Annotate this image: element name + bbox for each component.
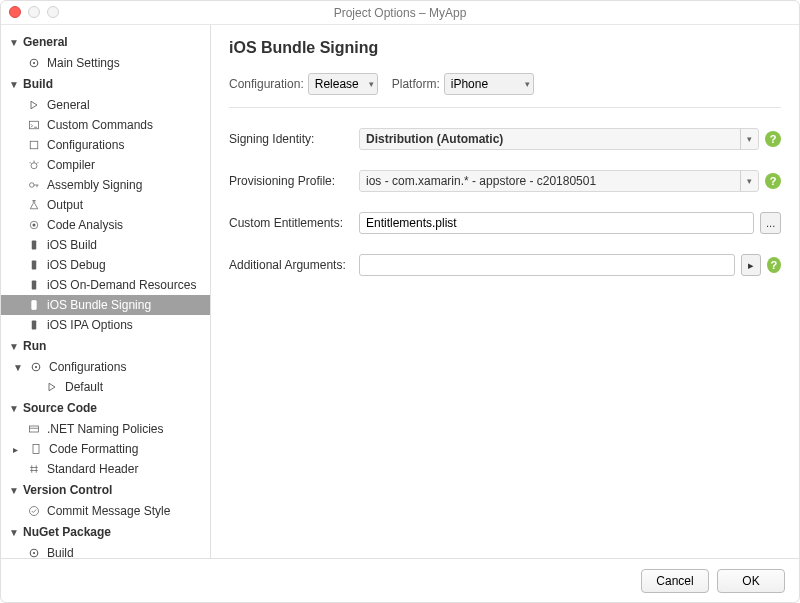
sidebar-item-label: Standard Header	[47, 462, 138, 476]
svg-point-14	[35, 366, 37, 368]
phone-icon	[27, 258, 41, 272]
sidebar-item-custom-commands[interactable]: Custom Commands	[1, 115, 210, 135]
sidebar-item-default[interactable]: Default	[1, 377, 210, 397]
configuration-label: Configuration:	[229, 77, 304, 91]
signing-identity-label: Signing Identity:	[229, 132, 359, 146]
sidebar-section-label: Source Code	[23, 401, 97, 415]
sidebar-section[interactable]: ▼Build	[1, 73, 210, 95]
platform-select[interactable]: iPhone	[444, 73, 534, 95]
disclosure-triangle-icon: ▼	[9, 37, 19, 48]
sidebar-item-code-formatting[interactable]: ▸Code Formatting	[1, 439, 210, 459]
svg-point-7	[33, 224, 36, 227]
sidebar-item-commit-message-style[interactable]: Commit Message Style	[1, 501, 210, 521]
sidebar-item-label: Code Analysis	[47, 218, 123, 232]
sidebar-item-configurations[interactable]: ▼Configurations	[1, 357, 210, 377]
sidebar-item-ios-debug[interactable]: iOS Debug	[1, 255, 210, 275]
disclosure-triangle-icon: ▼	[9, 79, 19, 90]
sidebar-section[interactable]: ▼NuGet Package	[1, 521, 210, 543]
sidebar-item-label: Build	[47, 546, 74, 558]
help-icon[interactable]	[765, 173, 781, 189]
sidebar-item-label: iOS Bundle Signing	[47, 298, 151, 312]
sidebar-section[interactable]: ▼Version Control	[1, 479, 210, 501]
dialog-footer: Cancel OK	[1, 558, 799, 602]
svg-point-5	[30, 183, 35, 188]
sidebar-item-label: Commit Message Style	[47, 504, 170, 518]
square-icon	[27, 138, 41, 152]
svg-point-20	[33, 552, 35, 554]
bug-icon	[27, 158, 41, 172]
key-icon	[27, 178, 41, 192]
additional-arguments-input[interactable]	[359, 254, 735, 276]
sidebar-item-build[interactable]: Build	[1, 543, 210, 558]
sidebar-item-compiler[interactable]: Compiler	[1, 155, 210, 175]
gear-icon	[27, 546, 41, 558]
sidebar-item-assembly-signing[interactable]: Assembly Signing	[1, 175, 210, 195]
svg-point-4	[31, 163, 37, 169]
sidebar-item-ios-ipa-options[interactable]: iOS IPA Options	[1, 315, 210, 335]
chevron-down-icon: ▾	[740, 129, 758, 149]
platform-label: Platform:	[392, 77, 440, 91]
custom-entitlements-label: Custom Entitlements:	[229, 216, 359, 230]
sidebar-item-main-settings[interactable]: Main Settings	[1, 53, 210, 73]
sidebar-item-label: iOS On-Demand Resources	[47, 278, 196, 292]
sidebar-item-general[interactable]: General	[1, 95, 210, 115]
signing-identity-select[interactable]: Distribution (Automatic) ▾	[359, 128, 759, 150]
provisioning-profile-select[interactable]: ios - com.xamarin.* - appstore - c201805…	[359, 170, 759, 192]
sidebar: ▼GeneralMain Settings▼BuildGeneralCustom…	[1, 25, 211, 558]
play-icon	[27, 98, 41, 112]
sidebar-item--net-naming-policies[interactable]: .NET Naming Policies	[1, 419, 210, 439]
phone-icon	[27, 318, 41, 332]
sidebar-item-label: Compiler	[47, 158, 95, 172]
svg-point-18	[30, 507, 39, 516]
custom-entitlements-input[interactable]	[359, 212, 754, 234]
close-window-button[interactable]	[9, 6, 21, 18]
card-icon	[27, 422, 41, 436]
sidebar-item-ios-on-demand-resources[interactable]: iOS On-Demand Resources	[1, 275, 210, 295]
gear-icon	[29, 360, 43, 374]
sidebar-section[interactable]: ▼Source Code	[1, 397, 210, 419]
provisioning-profile-label: Provisioning Profile:	[229, 174, 359, 188]
phone-icon	[27, 298, 41, 312]
help-icon[interactable]	[765, 131, 781, 147]
sidebar-item-label: Code Formatting	[49, 442, 138, 456]
sidebar-item-label: Output	[47, 198, 83, 212]
sidebar-section-label: Build	[23, 77, 53, 91]
sidebar-section[interactable]: ▼General	[1, 31, 210, 53]
sidebar-section-label: Version Control	[23, 483, 112, 497]
page-title: iOS Bundle Signing	[229, 39, 781, 57]
minimize-window-button[interactable]	[28, 6, 40, 18]
sidebar-section[interactable]: ▼Run	[1, 335, 210, 357]
sidebar-item-label: Default	[65, 380, 103, 394]
signing-identity-value: Distribution (Automatic)	[366, 132, 503, 146]
browse-button[interactable]: ...	[760, 212, 781, 234]
provisioning-profile-value: ios - com.xamarin.* - appstore - c201805…	[366, 174, 596, 188]
sidebar-item-label: General	[47, 98, 90, 112]
configuration-select[interactable]: Release	[308, 73, 378, 95]
svg-point-1	[33, 62, 35, 64]
sidebar-item-label: Configurations	[47, 138, 124, 152]
sidebar-section-label: NuGet Package	[23, 525, 111, 539]
sidebar-section-label: General	[23, 35, 68, 49]
doc-icon	[29, 442, 43, 456]
sidebar-item-label: Custom Commands	[47, 118, 153, 132]
sidebar-item-label: iOS IPA Options	[47, 318, 133, 332]
zoom-window-button[interactable]	[47, 6, 59, 18]
sidebar-item-label: Assembly Signing	[47, 178, 142, 192]
sidebar-item-output[interactable]: Output	[1, 195, 210, 215]
svg-rect-3	[30, 141, 38, 149]
cancel-button[interactable]: Cancel	[641, 569, 709, 593]
sidebar-item-label: iOS Build	[47, 238, 97, 252]
ok-button[interactable]: OK	[717, 569, 785, 593]
svg-rect-8	[32, 241, 37, 250]
arguments-menu-button[interactable]: ▸	[741, 254, 761, 276]
sidebar-item-code-analysis[interactable]: Code Analysis	[1, 215, 210, 235]
sidebar-item-label: iOS Debug	[47, 258, 106, 272]
sidebar-item-configurations[interactable]: Configurations	[1, 135, 210, 155]
sidebar-item-standard-header[interactable]: Standard Header	[1, 459, 210, 479]
help-icon[interactable]	[767, 257, 781, 273]
phone-icon	[27, 278, 41, 292]
sidebar-item-ios-build[interactable]: iOS Build	[1, 235, 210, 255]
disclosure-triangle-icon: ▼	[13, 362, 23, 373]
config-platform-row: Configuration: Release Platform: iPhone	[229, 73, 781, 95]
sidebar-item-ios-bundle-signing[interactable]: iOS Bundle Signing	[1, 295, 210, 315]
